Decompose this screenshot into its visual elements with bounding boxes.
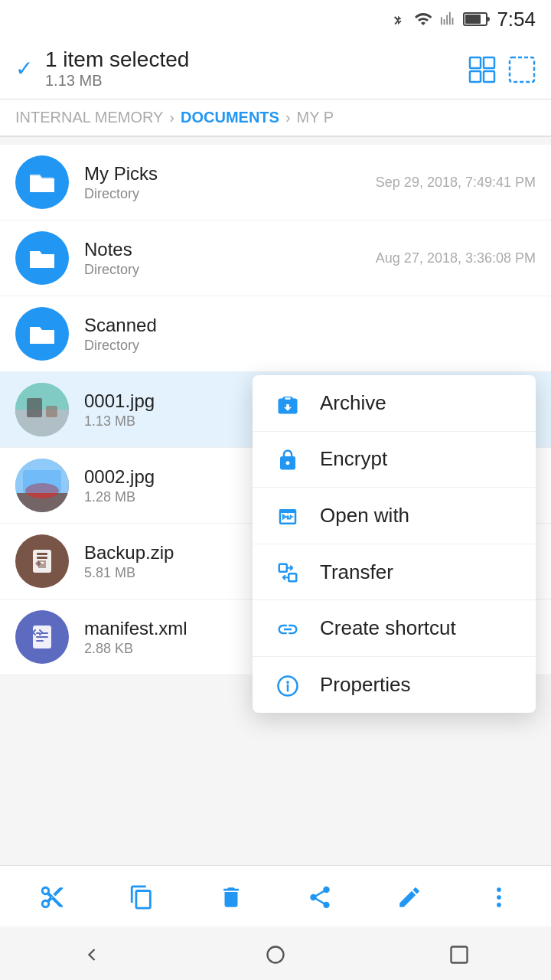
back-button[interactable] — [81, 941, 103, 965]
breadcrumb-documents[interactable]: DOCUMENTS — [181, 109, 279, 126]
file-date-notes: Aug 27, 2018, 3:36:08 PM — [376, 250, 536, 266]
svg-rect-14 — [23, 470, 61, 493]
svg-rect-20 — [279, 564, 287, 572]
header-subtitle: 1.13 MB — [45, 72, 189, 90]
file-name-my-picks: My Picks — [84, 163, 376, 185]
file-item-my-picks[interactable]: My Picks Directory Sep 29, 2018, 7:49:41… — [0, 145, 551, 220]
xml-icon-manifest — [15, 610, 69, 664]
bluetooth-icon — [390, 8, 406, 30]
check-icon: ✓ — [15, 56, 33, 81]
menu-item-properties[interactable]: Properties — [253, 657, 536, 713]
transfer-label: Transfer — [320, 560, 393, 584]
svg-rect-10 — [46, 406, 57, 417]
file-name-scanned: Scanned — [84, 315, 536, 336]
properties-label: Properties — [320, 673, 411, 697]
status-time: 7:54 — [497, 8, 536, 31]
menu-item-encrypt[interactable]: Encrypt — [253, 432, 536, 488]
transfer-icon — [274, 560, 302, 585]
folder-icon-my-picks — [15, 155, 69, 209]
file-item-scanned[interactable]: Scanned Directory — [0, 296, 551, 372]
cut-button[interactable] — [31, 874, 73, 919]
battery-icon — [463, 11, 491, 28]
menu-item-open-with[interactable]: Open with — [253, 488, 536, 544]
wifi-icon — [412, 10, 434, 28]
breadcrumb-internal-memory[interactable]: INTERNAL MEMORY — [15, 109, 163, 126]
svg-rect-29 — [452, 946, 468, 962]
file-type-notes: Directory — [84, 262, 376, 278]
menu-item-transfer[interactable]: Transfer — [253, 544, 536, 601]
home-button[interactable] — [265, 941, 286, 965]
breadcrumb-sep-2: › — [285, 109, 291, 126]
create-shortcut-label: Create shortcut — [320, 616, 456, 640]
archive-label: Archive — [320, 391, 386, 415]
context-menu: Archive Encrypt Open with — [253, 375, 536, 713]
header-actions — [468, 54, 536, 83]
file-name-notes: Notes — [84, 239, 376, 260]
folder-icon-notes — [15, 231, 69, 285]
menu-item-archive[interactable]: Archive — [253, 375, 536, 432]
header: ✓ 1 item selected 1.13 MB — [0, 38, 551, 100]
header-info: 1 item selected 1.13 MB — [45, 47, 189, 90]
share-button[interactable] — [299, 874, 341, 919]
breadcrumb-sep-1: › — [169, 109, 174, 126]
svg-rect-1 — [465, 15, 481, 24]
svg-rect-17 — [37, 557, 47, 559]
file-info-my-picks: My Picks Directory — [84, 163, 376, 202]
svg-rect-9 — [27, 398, 42, 417]
header-title: 1 item selected — [45, 47, 189, 72]
svg-point-25 — [497, 888, 501, 893]
zip-icon-backup — [15, 534, 69, 588]
svg-rect-4 — [470, 71, 481, 82]
status-bar: 7:54 — [0, 0, 551, 38]
edit-button[interactable] — [389, 874, 430, 919]
encrypt-icon — [274, 447, 302, 472]
svg-point-27 — [497, 903, 501, 907]
svg-rect-16 — [37, 553, 47, 555]
shortcut-icon — [274, 616, 302, 641]
file-info-scanned: Scanned Directory — [84, 315, 536, 354]
svg-point-26 — [497, 895, 501, 900]
select-all-button[interactable] — [468, 54, 496, 83]
thumbnail-0002 — [15, 459, 69, 512]
header-left: ✓ 1 item selected 1.13 MB — [15, 47, 189, 90]
file-info-notes: Notes Directory — [84, 239, 376, 278]
svg-rect-3 — [484, 57, 494, 68]
copy-button[interactable] — [121, 874, 162, 919]
more-button[interactable] — [478, 874, 520, 919]
file-item-notes[interactable]: Notes Directory Aug 27, 2018, 3:36:08 PM — [0, 220, 551, 296]
open-with-icon — [274, 503, 302, 528]
status-icons: 7:54 — [390, 8, 536, 31]
signal-icon — [440, 10, 457, 28]
folder-icon-scanned — [15, 307, 69, 361]
svg-rect-21 — [289, 574, 296, 582]
recents-button[interactable] — [448, 941, 470, 965]
breadcrumb-myp[interactable]: MY P — [297, 109, 334, 126]
file-type-scanned: Directory — [84, 338, 536, 354]
file-type-my-picks: Directory — [84, 186, 376, 202]
archive-icon — [274, 390, 302, 416]
svg-point-28 — [268, 946, 284, 962]
delete-button[interactable] — [210, 874, 252, 919]
thumbnail-0001 — [15, 383, 69, 436]
file-date-my-picks: Sep 29, 2018, 7:49:41 PM — [376, 175, 536, 191]
nav-bar — [0, 926, 551, 980]
svg-rect-2 — [470, 57, 481, 68]
menu-item-create-shortcut[interactable]: Create shortcut — [253, 600, 536, 657]
encrypt-label: Encrypt — [320, 447, 387, 471]
svg-rect-6 — [510, 57, 534, 82]
breadcrumb: INTERNAL MEMORY › DOCUMENTS › MY P — [0, 100, 551, 137]
bottom-toolbar — [0, 865, 551, 926]
select-more-button[interactable] — [508, 54, 536, 83]
info-icon — [274, 672, 302, 697]
open-with-label: Open with — [320, 504, 409, 528]
svg-rect-5 — [484, 71, 494, 82]
